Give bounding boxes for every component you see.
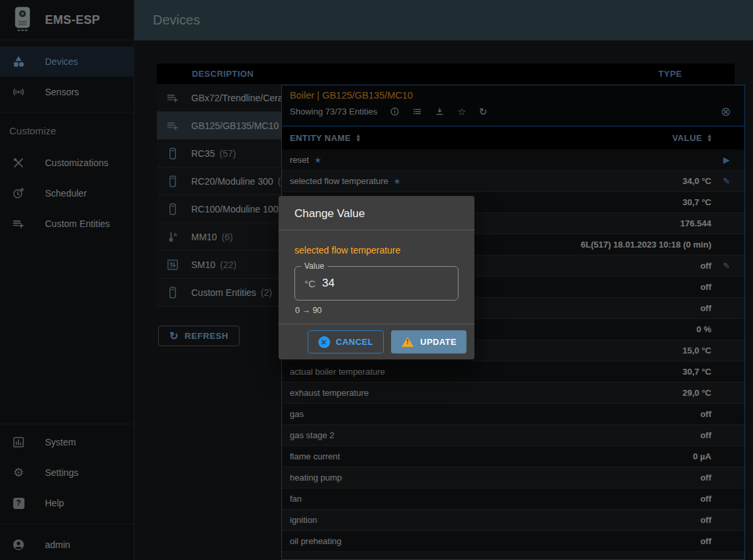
entity-label: selected flow temperature xyxy=(294,244,459,257)
dialog-body: selected flow temperature Value °C 34 0 … xyxy=(279,230,474,315)
range-hint: 0 → 90 xyxy=(295,306,459,315)
update-button[interactable]: ! UPDATE xyxy=(391,330,466,353)
update-button-label: UPDATE xyxy=(420,337,457,347)
cancel-icon: × xyxy=(318,336,330,348)
field-label: Value xyxy=(301,261,328,271)
dialog-actions: × CANCEL ! UPDATE xyxy=(279,324,474,359)
value-input[interactable]: 34 xyxy=(322,277,335,290)
cancel-button-label: CANCEL xyxy=(336,337,374,347)
dialog-title: Change Value xyxy=(279,196,474,230)
cancel-button[interactable]: × CANCEL xyxy=(308,330,384,353)
change-value-dialog: Change Value selected flow temperature V… xyxy=(279,196,474,359)
warning-icon: ! xyxy=(401,336,414,348)
value-field[interactable]: Value °C 34 xyxy=(294,266,459,301)
unit-adornment: °C xyxy=(304,278,316,289)
ems-esp-app: EMS-ESP Devices Sensors Customize xyxy=(0,0,753,560)
